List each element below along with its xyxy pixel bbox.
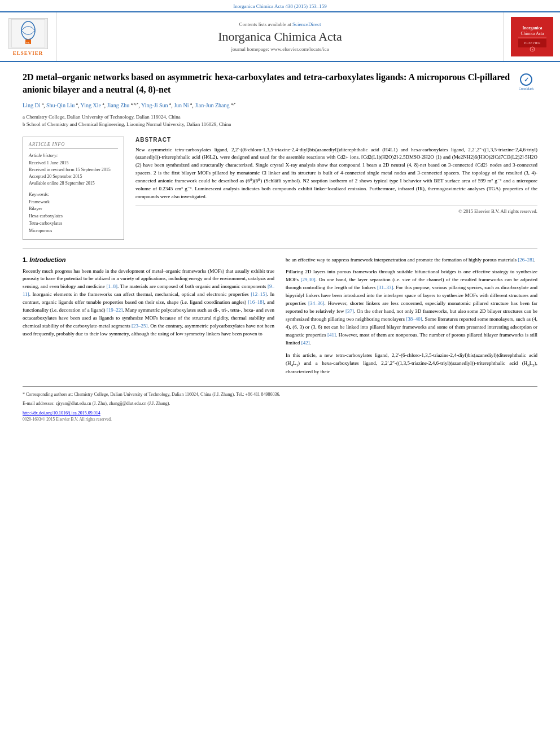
section-title: 1. Introduction	[23, 256, 274, 263]
accepted-date: Accepted 20 September 2015	[29, 173, 118, 180]
footnote-corresponding: * Corresponding authors at: Chemistry Co…	[23, 391, 537, 398]
intro-right: be an effective way to suppress framewor…	[286, 256, 537, 381]
crossmark: ✓ CrossMark	[518, 73, 537, 93]
ref-16-18[interactable]: [16–18]	[248, 299, 264, 305]
section-title-text: Introduction	[29, 256, 65, 263]
intro-paragraph-3: Pillaring 2D layers into porous framewor…	[286, 268, 537, 347]
author-jiang-zhu[interactable]: Jiang Zhu	[107, 103, 130, 109]
ref-1-8[interactable]: [1–8]	[106, 283, 117, 289]
main-content: 2D metal–organic networks based on asymm…	[0, 62, 560, 433]
footer-section: * Corresponding authors at: Chemistry Co…	[23, 386, 537, 422]
intro-paragraph-2: be an effective way to suppress framewor…	[286, 256, 537, 264]
article-history: Received 1 June 2015 Received in revised…	[29, 160, 118, 187]
svg-text:EL: EL	[26, 41, 30, 44]
journal-header-right: Inorganica Chimica Acta ELSEVIER ✓	[504, 12, 560, 61]
ref-41[interactable]: [41]	[327, 332, 336, 338]
keywords-label: Keywords:	[29, 191, 118, 197]
svg-text:✓: ✓	[531, 48, 533, 51]
doi-footer[interactable]: http://dx.doi.org/10.1016/j.ica.2015.09.…	[23, 410, 537, 416]
article-title-section: 2D metal–organic networks based on asymm…	[23, 71, 537, 95]
crossmark-icon: ✓ CrossMark	[518, 73, 535, 93]
doi-text: Inorganica Chimica Acta 438 (2015) 153–1…	[233, 3, 327, 9]
section-divider	[23, 248, 537, 248]
author-shuqin-liu[interactable]: Shu-Qin Liu	[46, 103, 75, 109]
svg-text:ELSEVIER: ELSEVIER	[524, 41, 540, 45]
ref-9-11[interactable]: [9–11]	[23, 283, 274, 297]
article-info-header: Article info	[29, 142, 118, 149]
article-title: 2D metal–organic networks based on asymm…	[23, 71, 512, 95]
ref-34-36[interactable]: [34–36]	[308, 300, 325, 306]
doi-link[interactable]: http://dx.doi.org/10.1016/j.ica.2015.09.…	[23, 410, 100, 416]
keyword-4: Tetra-carboxylates	[29, 220, 118, 228]
ref-12-15[interactable]: [12–15]	[251, 291, 267, 297]
ref-29-30[interactable]: [29,30]	[301, 277, 316, 282]
journal-title: Inorganica Chimica Acta	[218, 29, 342, 44]
sciencedirect-link[interactable]: ScienceDirect	[292, 21, 321, 27]
journal-header: EL ELSEVIER Contents lists available at …	[0, 11, 560, 62]
ref-37[interactable]: [37]	[345, 308, 354, 314]
svg-text:Inorganica: Inorganica	[522, 25, 542, 30]
keyword-2: Bilayer	[29, 206, 118, 213]
received-date: Received 1 June 2015	[29, 160, 118, 167]
crossmark-circle: ✓	[520, 73, 532, 86]
affiliation-a: a Chemistry College, Dalian University o…	[23, 113, 537, 121]
ref-23-25[interactable]: [23–25]	[132, 323, 148, 329]
ref-42[interactable]: [42]	[301, 340, 310, 346]
author-jun-ni[interactable]: Jun Ni	[174, 103, 189, 109]
journal-logo-box: Inorganica Chimica Acta ELSEVIER ✓	[511, 17, 553, 56]
ref-19-22[interactable]: [19–22]	[107, 307, 123, 313]
article-history-label: Article history:	[29, 152, 118, 158]
ref-26-28[interactable]: [26–28]	[518, 257, 534, 263]
left-column: Article info Article history: Received 1…	[23, 137, 124, 240]
online-date: Available online 28 September 2015	[29, 180, 118, 187]
revised-date: Received in revised form 15 September 20…	[29, 167, 118, 173]
journal-header-center: Contents lists available at ScienceDirec…	[56, 12, 504, 61]
svg-text:Chimica Acta: Chimica Acta	[520, 31, 544, 36]
intro-paragraph-1: Recently much progress has been made in …	[23, 268, 274, 338]
authors: Ling Di a, Shu-Qin Liu a, Ying Xie a, Ji…	[23, 101, 537, 110]
crossmark-label: CrossMark	[519, 87, 534, 90]
abstract-header: Abstract	[135, 137, 537, 143]
doi-bar: Inorganica Chimica Acta 438 (2015) 153–1…	[0, 0, 560, 11]
abstract-text: New asymmetric tetra-carboxylates ligand…	[135, 146, 537, 202]
elsevier-logo: EL ELSEVIER	[8, 18, 48, 56]
article-info-abstract-section: Article info Article history: Received 1…	[23, 137, 537, 240]
right-column: Abstract New asymmetric tetra-carboxylat…	[135, 137, 537, 240]
keywords-section: Keywords: Framework Bilayer Hexa-carboxy…	[29, 191, 118, 235]
ref-38-40[interactable]: [38–40]	[406, 316, 422, 322]
elsevier-text: ELSEVIER	[13, 50, 43, 56]
elsevier-logo-image: EL	[8, 18, 48, 49]
abstract-copyright: © 2015 Elsevier B.V. All rights reserved…	[135, 206, 537, 214]
keyword-3: Hexa-carboxylates	[29, 213, 118, 220]
journal-header-left: EL ELSEVIER	[0, 12, 56, 61]
intro-paragraph-4: In this article, a new tetra-carboxylate…	[286, 352, 537, 377]
author-ying-xie[interactable]: Ying Xie	[81, 103, 101, 109]
footnote-email: E-mail addresses: zjryan@dlut.edu.cn (J.…	[23, 400, 537, 407]
keywords-list: Framework Bilayer Hexa-carboxylates Tetr…	[29, 199, 118, 235]
affiliations: a Chemistry College, Dalian University o…	[23, 113, 537, 129]
author-ling-di[interactable]: Ling Di	[23, 103, 40, 109]
sciencedirect-line: Contents lists available at ScienceDirec…	[239, 21, 321, 27]
intro-left: 1. Introduction Recently much progress h…	[23, 256, 274, 381]
affiliation-b: b School of Chemistry and Chemical Engin…	[23, 121, 537, 129]
article-info-box: Article info Article history: Received 1…	[23, 137, 124, 240]
author-jianjun-zhang[interactable]: Jian-Jun Zhang	[195, 103, 229, 109]
section-number: 1.	[23, 256, 28, 263]
introduction-section: 1. Introduction Recently much progress h…	[23, 256, 537, 381]
page: Inorganica Chimica Acta 438 (2015) 153–1…	[0, 0, 560, 433]
ref-31-33[interactable]: [31–33]	[377, 285, 393, 290]
copyright-footer: 0020-1693/© 2015 Elsevier B.V. All right…	[23, 417, 537, 422]
journal-homepage: journal homepage: www.elsevier.com/locat…	[231, 46, 329, 52]
author-yingji-sun[interactable]: Ying-Ji Sun	[141, 103, 168, 109]
keyword-1: Framework	[29, 199, 118, 206]
abstract-section: Abstract New asymmetric tetra-carboxylat…	[135, 137, 537, 215]
keyword-5: Microporous	[29, 228, 118, 235]
